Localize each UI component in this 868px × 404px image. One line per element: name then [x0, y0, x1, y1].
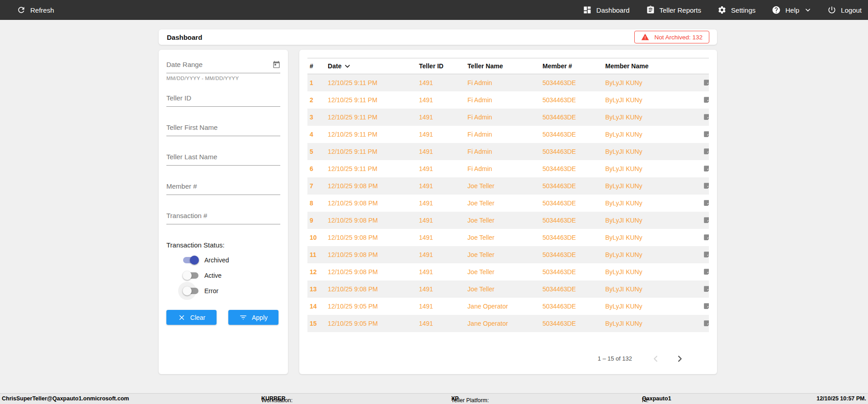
transaction-number-field[interactable]: Transaction # — [166, 212, 280, 224]
table-row[interactable]: 1512/10/25 9:05 PM1491Jane Operator50344… — [307, 315, 709, 332]
filter-buttons: Clear Apply — [166, 310, 280, 325]
clear-button-label: Clear — [190, 314, 205, 321]
table-row[interactable]: 412/10/25 9:11 PM1491Fi Admin5034463DEBy… — [307, 126, 709, 143]
refresh-button[interactable]: Refresh — [17, 5, 54, 14]
table-cell: 13 — [307, 280, 326, 298]
table-cell: ByLyJI KUNy — [603, 263, 701, 280]
table-row[interactable]: 1412/10/25 9:05 PM1491Jane Operator50344… — [307, 298, 709, 315]
table-cell: 1491 — [417, 126, 465, 143]
toggle-row-error: Error — [183, 286, 280, 295]
transactions-panel: # Date Teller ID Teller Name Member # — [299, 50, 717, 374]
clipboard-icon — [646, 5, 655, 14]
apply-button[interactable]: Apply — [228, 310, 278, 325]
archived-toggle[interactable] — [183, 256, 199, 265]
note-icon[interactable] — [701, 143, 709, 160]
transaction-status-label: Transaction Status: — [166, 241, 280, 249]
table-cell: 5 — [307, 143, 326, 160]
table-cell: 5034463DE — [540, 126, 603, 143]
table-row[interactable]: 812/10/25 9:08 PM1491Joe Teller5034463DE… — [307, 195, 709, 212]
col-member-number: Member # — [540, 58, 603, 74]
power-icon — [827, 5, 836, 14]
pagination: 1 – 15 of 132 — [307, 353, 709, 365]
table-row[interactable]: 1212/10/25 9:08 PM1491Joe Teller5034463D… — [307, 263, 709, 280]
table-cell: Joe Teller — [465, 177, 540, 195]
error-toggle-label: Error — [204, 287, 218, 295]
table-cell: 5034463DE — [540, 212, 603, 229]
table-cell: 1491 — [417, 109, 465, 126]
table-cell: 12/10/25 9:08 PM — [326, 229, 417, 246]
teller-last-name-field[interactable]: Teller Last Name — [166, 153, 280, 166]
table-row[interactable]: 1312/10/25 9:08 PM1491Joe Teller5034463D… — [307, 280, 709, 298]
active-toggle[interactable] — [183, 271, 199, 280]
table-row[interactable]: 512/10/25 9:11 PM1491Fi Admin5034463DEBy… — [307, 143, 709, 160]
apply-button-label: Apply — [252, 314, 268, 321]
note-icon[interactable] — [701, 315, 709, 332]
table-cell: 5034463DE — [540, 143, 603, 160]
table-cell: ByLyJI KUNy — [603, 195, 701, 212]
table-cell: 1491 — [417, 280, 465, 298]
table-cell: 1491 — [417, 246, 465, 263]
workstation-status: Workstation: KURRER — [261, 395, 285, 402]
nav-help[interactable]: Help — [772, 5, 811, 14]
col-member-name: Member Name — [603, 58, 701, 74]
table-cell: ByLyJI KUNy — [603, 229, 701, 246]
not-archived-badge[interactable]: Not Archived: 132 — [634, 31, 709, 43]
col-date-label: Date — [328, 62, 341, 70]
toggle-row-archived: Archived — [183, 256, 280, 265]
note-icon[interactable] — [701, 177, 709, 195]
note-icon[interactable] — [701, 109, 709, 126]
nav-help-label: Help — [785, 6, 799, 14]
table-cell: 14 — [307, 298, 326, 315]
clear-button[interactable]: Clear — [166, 310, 217, 325]
table-cell: 3 — [307, 109, 326, 126]
table-row[interactable]: 1012/10/25 9:08 PM1491Joe Teller5034463D… — [307, 229, 709, 246]
table-row[interactable]: 912/10/25 9:08 PM1491Joe Teller5034463DE… — [307, 212, 709, 229]
table-cell: 1491 — [417, 229, 465, 246]
note-icon[interactable] — [701, 74, 709, 91]
table-cell: 5034463DE — [540, 195, 603, 212]
note-icon[interactable] — [701, 246, 709, 263]
table-cell: 5034463DE — [540, 109, 603, 126]
nav-settings[interactable]: Settings — [717, 5, 755, 14]
note-icon[interactable] — [701, 212, 709, 229]
note-icon[interactable] — [701, 160, 709, 177]
table-row[interactable]: 712/10/25 9:08 PM1491Joe Teller5034463DE… — [307, 177, 709, 195]
note-icon[interactable] — [701, 280, 709, 298]
next-page-button[interactable] — [674, 353, 685, 365]
navbar-right: Dashboard Teller Reports Settings Help — [583, 5, 862, 14]
table-row[interactable]: 612/10/25 9:11 PM1491Fi Admin5034463DEBy… — [307, 160, 709, 177]
calendar-icon[interactable] — [273, 61, 280, 68]
current-datetime: 12/10/25 10:57 PM. — [816, 395, 866, 402]
table-cell: ByLyJI KUNy — [603, 160, 701, 177]
table-cell: 1491 — [417, 177, 465, 195]
member-number-field[interactable]: Member # — [166, 182, 280, 195]
note-icon[interactable] — [701, 195, 709, 212]
error-toggle[interactable] — [183, 286, 199, 295]
teller-id-field[interactable]: Teller ID — [166, 94, 280, 107]
table-row[interactable]: 312/10/25 9:11 PM1491Fi Admin5034463DEBy… — [307, 109, 709, 126]
nav-dashboard[interactable]: Dashboard — [583, 5, 629, 14]
date-range-hint: MM/DD/YYYY - MM/DD/YYYY — [166, 76, 280, 81]
table-cell: 5034463DE — [540, 246, 603, 263]
date-range-field[interactable]: Date Range MM/DD/YYYY - MM/DD/YYYY — [166, 61, 280, 81]
note-icon[interactable] — [701, 91, 709, 109]
archived-toggle-label: Archived — [204, 257, 229, 264]
table-row[interactable]: 212/10/25 9:11 PM1491Fi Admin5034463DEBy… — [307, 91, 709, 109]
nav-settings-label: Settings — [731, 6, 755, 14]
note-icon[interactable] — [701, 298, 709, 315]
teller-first-name-field[interactable]: Teller First Name — [166, 124, 280, 136]
nav-teller-reports[interactable]: Teller Reports — [646, 5, 702, 14]
table-row[interactable]: 1112/10/25 9:08 PM1491Joe Teller5034463D… — [307, 246, 709, 263]
note-icon[interactable] — [701, 229, 709, 246]
prev-page-button[interactable] — [650, 353, 662, 365]
nav-logout[interactable]: Logout — [827, 5, 862, 14]
col-date[interactable]: Date — [326, 58, 417, 74]
note-icon[interactable] — [701, 126, 709, 143]
table-cell: ByLyJI KUNy — [603, 109, 701, 126]
note-icon[interactable] — [701, 263, 709, 280]
table-row[interactable]: 112/10/25 9:11 PM1491Fi Admin5034463DEBy… — [307, 74, 709, 91]
table-cell: 10 — [307, 229, 326, 246]
date-range-label: Date Range — [166, 61, 203, 68]
table-cell: 1491 — [417, 298, 465, 315]
table-cell: 12/10/25 9:11 PM — [326, 126, 417, 143]
